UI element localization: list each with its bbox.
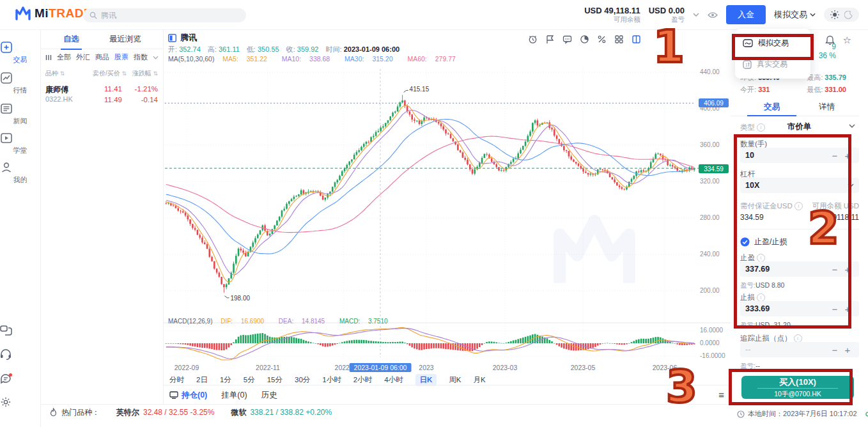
- plus-button[interactable]: +: [841, 304, 854, 314]
- sidebar-item-trade[interactable]: 交易: [0, 41, 40, 65]
- col-price[interactable]: 卖价/买价 ⇅: [93, 69, 127, 78]
- percent-icon[interactable]: [597, 35, 607, 44]
- timeframe-15分[interactable]: 15分: [267, 375, 283, 385]
- orders-tabs: 持仓(0) 挂单(0) 历史: [163, 385, 731, 405]
- sidebar-item-news[interactable]: 新闻: [0, 102, 40, 126]
- minus-button[interactable]: −: [828, 304, 841, 314]
- minus-button[interactable]: −: [828, 264, 841, 275]
- tab-trade[interactable]: 交易: [764, 102, 780, 113]
- brand-logo[interactable]: MiTRADE: [15, 6, 92, 20]
- community-icon[interactable]: [0, 325, 40, 336]
- grid-icon[interactable]: [614, 35, 624, 44]
- buy-button[interactable]: 买入(10X) 10手@0700.HK: [741, 376, 854, 399]
- chevron-down-icon[interactable]: [849, 124, 855, 128]
- top-header: MiTRADE 腾讯 USD 49,118.11 可用余额 USD 0.00 盈…: [0, 0, 868, 30]
- theme-toggle[interactable]: [824, 8, 859, 22]
- search-input[interactable]: 腾讯: [83, 8, 246, 22]
- sidebar-item-profile[interactable]: 我的: [0, 161, 40, 185]
- timeframe-1小时[interactable]: 1小时: [322, 375, 341, 385]
- timeframe-5分[interactable]: 5分: [244, 375, 255, 385]
- gear-icon[interactable]: [0, 396, 40, 408]
- ticker-item[interactable]: 微软338.21 / 338.82 +0.20%: [231, 407, 332, 418]
- feedback-icon[interactable]: [0, 373, 40, 384]
- flag-icon[interactable]: [545, 35, 555, 44]
- timeframe-2小时[interactable]: 2小时: [353, 375, 372, 385]
- search-icon: [89, 12, 97, 19]
- col-change[interactable]: 涨跌幅 ⇅: [132, 69, 158, 78]
- available-value: 49118.11: [828, 213, 859, 222]
- svg-text:280.00: 280.00: [700, 214, 720, 221]
- tpsl-checkbox[interactable]: 止盈/止损: [740, 237, 787, 247]
- filter-forex[interactable]: 外汇: [76, 52, 90, 62]
- tab-detail[interactable]: 详情: [819, 102, 835, 113]
- plus-button[interactable]: +: [841, 264, 854, 275]
- filter-commodity[interactable]: 商品: [95, 52, 109, 62]
- moon-icon[interactable]: [844, 11, 853, 19]
- tab-recent[interactable]: 最近浏览: [109, 34, 141, 45]
- timeframe-月K[interactable]: 月K: [474, 375, 486, 385]
- filter-all[interactable]: 全部: [57, 52, 71, 62]
- brand-text-mi: Mi: [35, 6, 49, 20]
- stop-loss-input[interactable]: 333.69 − +: [740, 301, 859, 316]
- filter-index[interactable]: 指数: [134, 52, 148, 62]
- minus-button[interactable]: −: [828, 150, 841, 161]
- high-value: 361.11: [219, 45, 240, 53]
- sun-icon[interactable]: [830, 10, 839, 19]
- watchlist-tabs: 自选 最近浏览: [40, 29, 163, 49]
- tab-positions[interactable]: 持仓(0): [169, 390, 207, 401]
- layout-icon[interactable]: [632, 35, 641, 44]
- bar-time: 2023-01-09 06:00: [344, 45, 399, 53]
- tab-pending-orders[interactable]: 挂单(0): [221, 390, 247, 401]
- timeframe-分时[interactable]: 分时: [169, 375, 184, 385]
- trailing-stop-input[interactable]: -- − +: [740, 342, 859, 357]
- order-type-select[interactable]: 市价单: [731, 121, 868, 132]
- sidebar-item-academy[interactable]: 学堂: [0, 132, 40, 155]
- timeframe-1分[interactable]: 1分: [220, 375, 231, 385]
- timeframe-周K[interactable]: 周K: [449, 375, 461, 385]
- quantity-stepper[interactable]: 10 − +: [740, 148, 859, 163]
- low-value: 350.55: [258, 45, 279, 53]
- local-time: 本地时间：2023年7月6日 10:17:02: [737, 409, 868, 419]
- available-label: 可用余额 USD: [812, 201, 859, 211]
- ticker-item[interactable]: 英特尔32.48 / 32.55 -3.25%: [116, 407, 214, 418]
- filter-stocks[interactable]: 股票: [114, 52, 128, 62]
- markets-icon: [0, 72, 13, 84]
- menu-item-real-account[interactable]: 1 真实交易: [735, 54, 810, 75]
- chat-icon[interactable]: [562, 35, 572, 44]
- chevron-down-icon[interactable]: [693, 13, 699, 17]
- account-mode-dropdown[interactable]: 模拟交易: [774, 9, 816, 20]
- col-symbol[interactable]: 品种 ⇅: [45, 69, 65, 78]
- chevron-down-icon: [848, 183, 854, 187]
- timeframe-2日[interactable]: 2日: [196, 375, 208, 385]
- watchlist-filters: 全部 外汇 商品 股票 指数: [45, 52, 159, 62]
- tab-history[interactable]: 历史: [261, 390, 277, 401]
- filter-bars-icon[interactable]: [45, 54, 52, 61]
- plus-button[interactable]: +: [841, 345, 854, 355]
- support-icon[interactable]: [0, 349, 40, 360]
- macd-value: 3.7510: [368, 318, 388, 325]
- minus-button[interactable]: −: [828, 345, 841, 355]
- alarm-icon[interactable]: [528, 35, 538, 44]
- tab-favorites[interactable]: 自选: [63, 34, 79, 45]
- chevron-down-icon[interactable]: [153, 56, 159, 59]
- plus-button[interactable]: +: [841, 150, 854, 161]
- instrument-name: 康师傅: [45, 84, 68, 95]
- time-tick: 2023-03: [493, 364, 518, 371]
- eye-icon[interactable]: [708, 12, 718, 19]
- deposit-button[interactable]: 入金: [726, 5, 766, 24]
- star-icon[interactable]: ☆: [843, 35, 851, 46]
- link-icon[interactable]: [865, 410, 868, 418]
- leverage-select[interactable]: 10X: [740, 178, 859, 193]
- pie-timer-icon[interactable]: [580, 35, 589, 44]
- timeframe-30分[interactable]: 30分: [295, 375, 310, 385]
- timeframe-4小时[interactable]: 4小时: [384, 375, 403, 385]
- watchlist-panel: 自选 最近浏览 全部 外汇 商品 股票 指数 品种 ⇅ 卖价/买价 ⇅ 涨跌幅 …: [40, 29, 164, 404]
- bell-icon[interactable]: [825, 35, 835, 45]
- take-profit-input[interactable]: 337.69 − +: [740, 261, 859, 277]
- sidebar-item-markets[interactable]: 行情: [0, 72, 40, 95]
- price-change-fragment: 9 36 %: [819, 42, 836, 61]
- chart-toolbar: [528, 35, 641, 44]
- menu-icon[interactable]: ≡: [718, 389, 724, 400]
- divider: [740, 229, 859, 229]
- menu-item-demo-account[interactable]: 模拟交易: [735, 33, 810, 54]
